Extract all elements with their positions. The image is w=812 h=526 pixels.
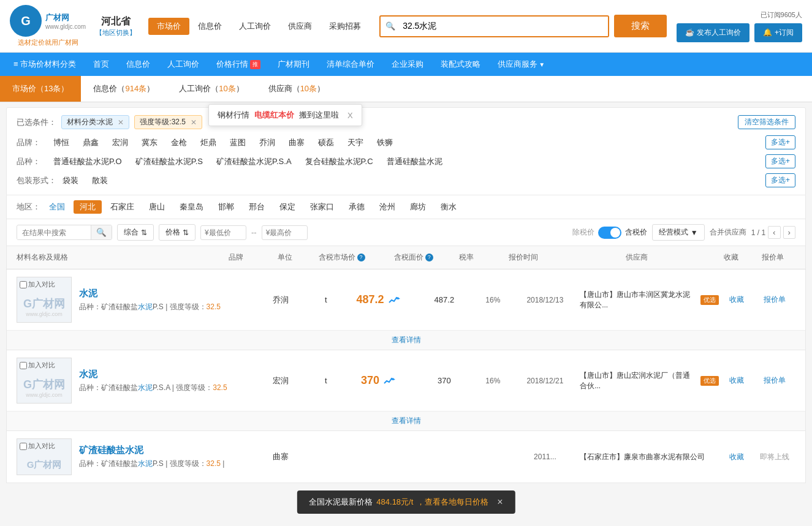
search-button[interactable]: 搜索 (614, 15, 667, 37)
nav-assembly[interactable]: 装配式攻略 (432, 53, 489, 76)
logo-icon[interactable]: G (10, 5, 42, 37)
region-all[interactable]: 全国 (43, 200, 71, 214)
type-item-ps[interactable]: 矿渣硅酸盐水泥P.S (129, 155, 209, 168)
region-hebei[interactable]: 河北 (74, 200, 102, 214)
tooltip-close-button[interactable]: X (347, 111, 353, 120)
filter-tag-grade-close[interactable]: ✕ (191, 118, 197, 127)
region-hengshui[interactable]: 衡水 (434, 200, 463, 214)
product-1-supplier-link[interactable]: 【唐山市】唐山市丰润区冀龙水泥有限公... (580, 290, 697, 310)
brand-item-judng[interactable]: 炬鼎 (194, 136, 222, 149)
region-tangshan[interactable]: 唐山 (143, 200, 171, 214)
product-1-detail-link[interactable]: 查看详情 (7, 330, 805, 350)
merge-supplier-label[interactable]: 合并供应商 (710, 227, 746, 238)
brand-item-tieshi[interactable]: 铁狮 (371, 136, 399, 149)
sort-button[interactable]: 综合 ⇅ (117, 224, 154, 241)
filter-tag-category-close[interactable]: ✕ (118, 118, 124, 127)
search-input[interactable] (400, 17, 608, 36)
region-zhangjiakou[interactable]: 张家口 (304, 200, 340, 214)
brand-item-shuolei[interactable]: 硕磊 (312, 136, 340, 149)
face-price-info-icon[interactable]: ? (425, 254, 433, 261)
tax-toggle[interactable] (598, 227, 621, 239)
product-2-name[interactable]: 水泥 (79, 369, 253, 380)
product-1-preferred-badge[interactable]: 优选 (700, 295, 719, 305)
region-baoding[interactable]: 保定 (273, 200, 302, 214)
min-price-input[interactable] (200, 225, 246, 240)
type-more-button[interactable]: 多选+ (765, 154, 795, 168)
product-1-quote-link[interactable]: 报价单 (764, 295, 786, 304)
nav-supplier-service[interactable]: 供应商服务 ▼ (489, 53, 553, 76)
compare-checkbox-2[interactable]: 加入对比 (20, 361, 55, 370)
nav-tab-info[interactable]: 信息价 (189, 18, 230, 35)
product-3-collect-link[interactable]: 收藏 (729, 453, 744, 461)
mode-dropdown[interactable]: 经营模式 ▼ (652, 224, 705, 241)
nav-info-price[interactable]: 信息价 (118, 53, 159, 76)
nav-home[interactable]: 首页 (85, 53, 118, 76)
sub-tab-supplier[interactable]: 供应商（10条） (256, 76, 337, 102)
region-cangzhou[interactable]: 沧州 (373, 200, 401, 214)
sub-tab-labor[interactable]: 人工询价（10条） (167, 76, 256, 102)
consult-button[interactable]: ☕ 发布人工询价 (677, 23, 749, 42)
tooltip-text1[interactable]: 钢材行情 (218, 110, 249, 121)
pack-item-bulk[interactable]: 散装 (86, 174, 114, 187)
search-in-button[interactable]: 🔍 (91, 225, 112, 239)
brand-item-jidong[interactable]: 冀东 (135, 136, 164, 149)
brand-item-qiaorun[interactable]: 乔润 (253, 136, 281, 149)
trend-chart-icon-1[interactable] (388, 295, 400, 305)
product-2-collect-link[interactable]: 收藏 (729, 376, 744, 385)
nav-tab-supplier[interactable]: 供应商 (279, 18, 321, 35)
brand-item-quzhai[interactable]: 曲寨 (283, 136, 311, 149)
product-1-unit: t (309, 295, 344, 304)
nav-tab-market[interactable]: 市场价 (148, 18, 189, 35)
nav-category[interactable]: ≡ 市场价材料分类 (5, 53, 85, 76)
brand-item-boheng[interactable]: 博恒 (47, 136, 75, 149)
type-item-po[interactable]: 普通硅酸盐水泥P.O (47, 155, 128, 168)
type-item-pc[interactable]: 复合硅酸盐水泥P.C (299, 155, 379, 168)
brand-more-button[interactable]: 多选+ (765, 135, 795, 149)
pack-more-button[interactable]: 多选+ (765, 173, 795, 187)
compare-checkbox-3[interactable]: 加入对比 (20, 441, 55, 451)
subscribe-button[interactable]: 🔔 +订阅 (754, 23, 802, 42)
product-2-preferred-badge[interactable]: 优选 (700, 376, 719, 386)
region-langfang[interactable]: 廊坊 (404, 200, 432, 214)
region-chengde[interactable]: 承德 (343, 200, 371, 214)
market-price-info-icon[interactable]: ? (357, 254, 365, 261)
max-price-input[interactable] (262, 225, 308, 240)
prev-page-button[interactable]: ‹ (768, 226, 780, 239)
brand-item-jinqiang[interactable]: 金枪 (165, 136, 193, 149)
price-sort-button[interactable]: 价格 ⇅ (159, 224, 195, 241)
region-xingtai[interactable]: 邢台 (243, 200, 271, 214)
sub-tab-info[interactable]: 信息价（914条） (81, 76, 167, 102)
product-2-detail-link[interactable]: 查看详情 (7, 411, 805, 430)
product-1-name[interactable]: 水泥 (79, 288, 253, 299)
nav-enterprise[interactable]: 企业采购 (383, 53, 432, 76)
type-item-common[interactable]: 普通硅酸盐水泥 (381, 155, 449, 168)
region-qinhuangdao[interactable]: 秦皇岛 (173, 200, 210, 214)
brand-item-hongrun[interactable]: 宏润 (106, 136, 134, 149)
region-shijiazhuang[interactable]: 石家庄 (104, 200, 140, 214)
product-2-quote-link[interactable]: 报价单 (764, 376, 786, 385)
type-item-psa[interactable]: 矿渣硅酸盐水泥P.S.A (210, 155, 298, 168)
brand-item-dingxin[interactable]: 鼎鑫 (77, 136, 105, 149)
clear-filter-button[interactable]: 清空筛选条件 (738, 115, 795, 129)
nav-price-trend[interactable]: 价格行情 推 (208, 53, 269, 76)
nav-quota[interactable]: 清单综合单价 (318, 53, 383, 76)
next-page-button[interactable]: › (783, 226, 795, 239)
nav-journal[interactable]: 广材期刊 (269, 53, 318, 76)
region-handan[interactable]: 邯郸 (212, 200, 240, 214)
brand-item-lantu[interactable]: 蓝图 (224, 136, 252, 149)
nav-tab-consult[interactable]: 人工询价 (230, 18, 279, 35)
trend-chart-icon-2[interactable] (383, 376, 395, 386)
product-1-collect-link[interactable]: 收藏 (729, 295, 744, 304)
search-in-input[interactable] (17, 226, 91, 239)
sub-tab-market[interactable]: 市场价（13条） (0, 76, 81, 102)
tooltip-text2[interactable]: 电缆红本价 (254, 110, 294, 121)
province-switch[interactable]: 【地区切换】 (96, 28, 136, 37)
product-2-supplier-link[interactable]: 【唐山市】唐山宏润水泥厂（普通合伙... (580, 370, 697, 391)
product-3-supplier-link[interactable]: 【石家庄市】廉泉市曲寨水泥有限公司 (580, 453, 705, 461)
nav-tab-procure[interactable]: 采购招募 (321, 18, 370, 35)
nav-labor-price[interactable]: 人工询价 (159, 53, 208, 76)
pack-item-bag[interactable]: 袋装 (56, 174, 85, 187)
product-3-name[interactable]: 矿渣硅酸盐水泥 (79, 445, 253, 456)
compare-checkbox-1[interactable]: 加入对比 (20, 280, 55, 289)
brand-item-tianyu[interactable]: 天宇 (341, 136, 370, 149)
